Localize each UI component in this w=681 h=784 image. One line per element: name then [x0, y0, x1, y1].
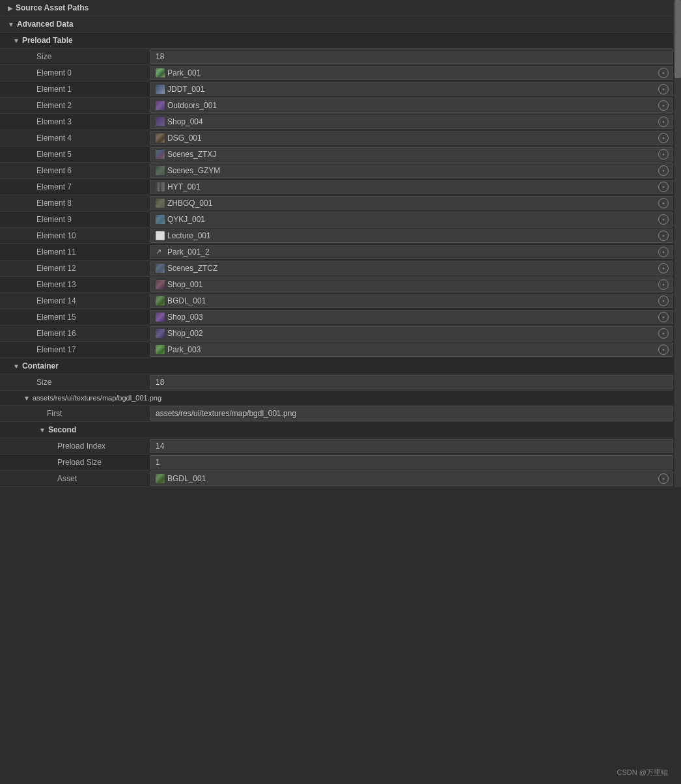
element-7-row: Element 7HYT_001 — [0, 179, 673, 195]
element-0-value[interactable]: Park_001 — [150, 66, 673, 80]
element-8-icon — [156, 199, 165, 208]
container-first-label: First — [0, 406, 150, 421]
element-3-icon — [156, 117, 165, 126]
element-15-value[interactable]: Shop_003 — [150, 310, 673, 324]
element-13-text: Shop_001 — [167, 280, 667, 289]
element-11-value[interactable]: ↗Park_001_2 — [150, 245, 673, 259]
element-2-label: Element 2 — [0, 98, 150, 113]
element-11-icon: ↗ — [156, 247, 165, 257]
element-5-text: Scenes_ZTXJ — [167, 150, 667, 159]
preload-index-row: Preload Index 14 — [0, 438, 673, 455]
preload-size-value2[interactable]: 1 — [150, 455, 673, 469]
asset-label: Asset — [0, 471, 150, 486]
element-3-circle-button[interactable] — [658, 117, 669, 127]
element-6-label: Element 6 — [0, 163, 150, 178]
element-5-icon — [156, 150, 165, 159]
element-8-label: Element 8 — [0, 196, 150, 210]
element-4-value[interactable]: DSG_001 — [150, 131, 673, 145]
element-14-circle-button[interactable] — [658, 296, 669, 306]
element-17-value[interactable]: Park_003 — [150, 343, 673, 357]
element-13-value[interactable]: Shop_001 — [150, 277, 673, 292]
element-2-value[interactable]: Outdoors_001 — [150, 98, 673, 113]
element-16-circle-button[interactable] — [658, 328, 669, 339]
element-9-value[interactable]: QYKJ_001 — [150, 212, 673, 227]
element-0-circle-button[interactable] — [658, 68, 669, 78]
element-2-circle-button[interactable] — [658, 100, 669, 111]
container-header[interactable]: ▼ Container — [0, 358, 673, 374]
element-3-text: Shop_004 — [167, 117, 667, 126]
container-title: Container — [22, 361, 59, 371]
element-11-row: Element 11↗Park_001_2 — [0, 244, 673, 260]
elements-container: Element 0Park_001Element 1JDDT_001Elemen… — [0, 65, 673, 358]
container-sub-item-header[interactable]: ▼ assets/res/ui/textures/map/bgdl_001.pn… — [0, 391, 673, 406]
advanced-data-header[interactable]: ▼ Advanced Data — [0, 16, 673, 33]
element-14-value[interactable]: BGDL_001 — [150, 294, 673, 308]
element-13-label: Element 13 — [0, 277, 150, 292]
element-7-circle-button[interactable] — [658, 182, 669, 192]
element-17-circle-button[interactable] — [658, 344, 669, 355]
element-1-text: JDDT_001 — [167, 85, 667, 94]
element-15-icon — [156, 313, 165, 322]
element-10-value[interactable]: Lecture_001 — [150, 229, 673, 243]
element-4-row: Element 4DSG_001 — [0, 130, 673, 147]
container-size-label: Size — [0, 375, 150, 389]
container-second-label: Second — [48, 425, 76, 434]
container-size-value[interactable]: 18 — [150, 375, 673, 389]
asset-circle-button[interactable] — [658, 473, 669, 484]
element-11-text: Park_001_2 — [167, 247, 667, 257]
element-13-icon — [156, 280, 165, 289]
element-15-circle-button[interactable] — [658, 312, 669, 322]
preload-size-row: Preload Size 1 — [0, 455, 673, 471]
advanced-data-arrow: ▼ — [3, 21, 14, 28]
element-17-icon — [156, 345, 165, 354]
preload-size-value[interactable]: 18 — [150, 49, 673, 64]
container-arrow: ▼ — [3, 363, 20, 370]
element-11-label: Element 11 — [0, 245, 150, 259]
element-2-text: Outdoors_001 — [167, 101, 667, 110]
element-7-label: Element 7 — [0, 180, 150, 194]
scrollbar-thumb[interactable] — [674, 0, 681, 78]
element-12-text: Scenes_ZTCZ — [167, 264, 667, 273]
container-second-header[interactable]: ▼ Second — [0, 422, 673, 438]
element-12-value[interactable]: Scenes_ZTCZ — [150, 261, 673, 275]
element-9-text: QYKJ_001 — [167, 215, 667, 224]
element-12-icon — [156, 264, 165, 273]
element-14-text: BGDL_001 — [167, 296, 667, 305]
element-15-row: Element 15Shop_003 — [0, 309, 673, 326]
scrollbar[interactable] — [674, 0, 681, 487]
element-1-icon — [156, 85, 165, 94]
element-8-circle-button[interactable] — [658, 198, 669, 208]
element-3-value[interactable]: Shop_004 — [150, 115, 673, 129]
element-16-row: Element 16Shop_002 — [0, 326, 673, 342]
element-2-row: Element 2Outdoors_001 — [0, 98, 673, 114]
element-12-circle-button[interactable] — [658, 263, 669, 273]
element-16-value[interactable]: Shop_002 — [150, 326, 673, 341]
asset-value[interactable]: BGDL_001 — [150, 471, 673, 486]
element-8-value[interactable]: ZHBGQ_001 — [150, 196, 673, 210]
element-5-label: Element 5 — [0, 147, 150, 161]
element-1-value[interactable]: JDDT_001 — [150, 82, 673, 96]
source-asset-paths-header[interactable]: ▶ Source Asset Paths — [0, 0, 673, 16]
element-12-row: Element 12Scenes_ZTCZ — [0, 260, 673, 277]
preload-table-header[interactable]: ▼ Preload Table — [0, 33, 673, 49]
element-10-row: Element 10Lecture_001 — [0, 228, 673, 244]
element-8-row: Element 8ZHBGQ_001 — [0, 195, 673, 212]
element-7-value[interactable]: HYT_001 — [150, 180, 673, 194]
element-5-circle-button[interactable] — [658, 149, 669, 160]
element-1-circle-button[interactable] — [658, 84, 669, 94]
element-9-circle-button[interactable] — [658, 214, 669, 225]
element-6-circle-button[interactable] — [658, 165, 669, 176]
element-4-circle-button[interactable] — [658, 133, 669, 143]
element-6-text: Scenes_GZYM — [167, 166, 667, 175]
element-6-value[interactable]: Scenes_GZYM — [150, 163, 673, 178]
element-13-circle-button[interactable] — [658, 279, 669, 290]
element-7-text: HYT_001 — [167, 182, 667, 191]
container-first-value[interactable]: assets/res/ui/textures/map/bgdl_001.png — [150, 406, 673, 421]
element-9-row: Element 9QYKJ_001 — [0, 212, 673, 228]
element-5-value[interactable]: Scenes_ZTXJ — [150, 147, 673, 161]
asset-icon — [156, 474, 165, 483]
element-10-circle-button[interactable] — [658, 231, 669, 241]
element-11-circle-button[interactable] — [658, 247, 669, 257]
source-asset-paths-arrow: ▶ — [3, 5, 13, 12]
preload-index-value[interactable]: 14 — [150, 439, 673, 453]
